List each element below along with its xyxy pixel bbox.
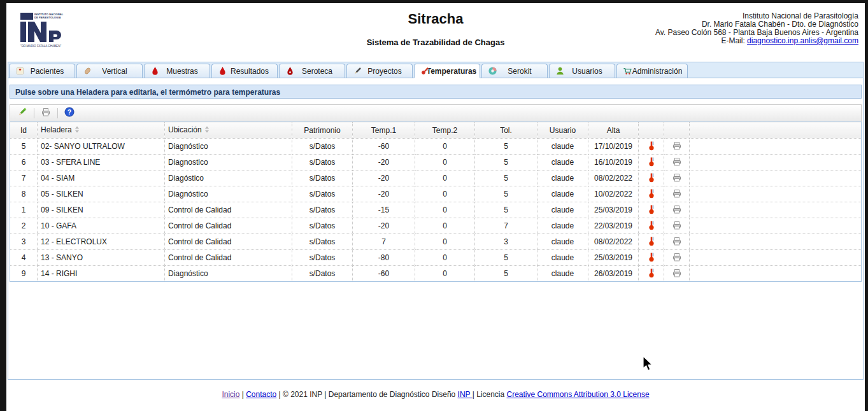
- print-button[interactable]: [40, 108, 52, 119]
- thermometer-icon[interactable]: [639, 139, 664, 155]
- cell-heladera: 04 - SIAM: [38, 171, 165, 186]
- cell-id: 1: [10, 202, 38, 218]
- cell-tol: 5: [475, 202, 537, 218]
- cell-ubicacion: Control de Calidad: [165, 250, 292, 266]
- cell-patrimonio: s/Datos: [292, 186, 353, 202]
- filler-cell: [690, 186, 862, 202]
- cell-temp1: -80: [353, 250, 415, 266]
- app-page: INSTITUTO NACIONAL DE PARASITOLOGIA "DR.…: [6, 3, 865, 411]
- footer-link[interactable]: Creative Commons Attribution 3.0 License: [507, 390, 650, 399]
- col-header-heladera[interactable]: Heladera: [38, 122, 165, 139]
- thermometer-icon[interactable]: [639, 171, 664, 186]
- cell-ubicacion: Control de Calidad: [165, 218, 292, 234]
- printer-icon[interactable]: [664, 234, 690, 250]
- cell-heladera: 12 - ELECTROLUX: [38, 234, 165, 250]
- printer-icon[interactable]: [664, 250, 690, 266]
- printer-icon[interactable]: [664, 202, 690, 218]
- footer-link[interactable]: Inicio: [222, 390, 239, 399]
- cell-ubicacion: Diagóstico: [165, 171, 292, 186]
- printer-icon[interactable]: [664, 139, 690, 155]
- cell-ubicacion: Diagnóstico: [165, 266, 292, 282]
- thermometer-icon[interactable]: [639, 186, 664, 202]
- footer-link[interactable]: Contacto: [246, 390, 276, 399]
- cell-temp1: -60: [353, 139, 415, 155]
- email-link[interactable]: diagnostico.inp.anlis@gmail.com: [747, 36, 858, 45]
- cell-temp1: -20: [353, 171, 415, 186]
- printer-icon[interactable]: [664, 155, 690, 171]
- filler-cell: [690, 234, 862, 250]
- help-button[interactable]: ?: [64, 108, 75, 119]
- cell-temp2: 0: [415, 155, 475, 171]
- cell-tol: 5: [475, 250, 537, 266]
- tab-label: Muestras: [166, 67, 197, 76]
- tab-serokit[interactable]: Serokit: [481, 64, 548, 78]
- filler-cell: [690, 266, 862, 282]
- printer-icon[interactable]: [664, 171, 690, 186]
- tab-vertical[interactable]: Vertical: [76, 64, 143, 78]
- table-row[interactable]: 502- SANYO ULTRALOWDiagnósticos/Datos-60…: [10, 139, 862, 155]
- blood-drop-icon: [150, 66, 160, 76]
- col-header-label: Heladera: [41, 125, 72, 134]
- cell-alta: 26/03/2019: [588, 266, 639, 282]
- thermometer-icon[interactable]: [639, 155, 664, 171]
- tab-temperaturas[interactable]: Temperaturas: [414, 64, 480, 78]
- content-area: Pulse sobre una Heladera para editarla, …: [8, 78, 863, 379]
- table-row[interactable]: 704 - SIAMDiagósticos/Datos-2005claude08…: [10, 171, 862, 186]
- thermometer-icon[interactable]: [639, 218, 664, 234]
- tab-muestras[interactable]: Muestras: [144, 64, 210, 78]
- tab-usuarios[interactable]: Usuarios: [549, 64, 615, 78]
- cell-temp2: 0: [415, 250, 475, 266]
- serokit-dial-icon: [488, 66, 497, 76]
- vertical-icon: [83, 66, 92, 76]
- printer-icon[interactable]: [664, 266, 690, 282]
- tab-pacientes[interactable]: Pacientes: [9, 64, 75, 78]
- toolbar: ?: [10, 104, 862, 122]
- cell-alta: 16/10/2019: [588, 155, 639, 171]
- col-header-print: [664, 122, 690, 139]
- table-row[interactable]: 210 - GAFAControl de Calidads/Datos-2007…: [10, 218, 862, 234]
- tab-label: Serokit: [508, 67, 531, 76]
- cell-temp1: -20: [353, 218, 415, 234]
- cell-temp2: 0: [415, 234, 475, 250]
- cell-tol: 3: [475, 234, 537, 250]
- cell-id: 5: [10, 139, 38, 155]
- thermometer-icon[interactable]: [639, 202, 664, 218]
- col-header-temp2: Temp.2: [415, 122, 475, 139]
- cell-patrimonio: s/Datos: [292, 202, 353, 218]
- table-row[interactable]: 109 - SILKENControl de Calidads/Datos-15…: [10, 202, 862, 218]
- tab-resultados[interactable]: Resultados: [211, 64, 278, 78]
- cell-temp1: 7: [353, 234, 415, 250]
- table-row[interactable]: 603 - SFERA LINEDiagnosticos/Datos-2005c…: [10, 155, 862, 171]
- email-label: E-Mail:: [721, 36, 747, 45]
- thermometer-icon[interactable]: [639, 266, 664, 282]
- cell-id: 8: [10, 186, 38, 202]
- thermometer-icon[interactable]: [639, 234, 664, 250]
- sort-icon[interactable]: [75, 126, 80, 135]
- col-header-tol: Tol.: [475, 122, 537, 139]
- table-row[interactable]: 914 - RIGHIDiagnósticos/Datos-6005claude…: [10, 266, 862, 282]
- printer-icon[interactable]: [664, 218, 690, 234]
- tab-seroteca[interactable]: Seroteca: [279, 64, 345, 78]
- col-header-ubicacion[interactable]: Ubicación: [165, 122, 292, 139]
- cell-alta: 17/10/2019: [588, 139, 639, 155]
- cell-temp1: -15: [353, 202, 415, 218]
- tab-label: Temperaturas: [427, 67, 476, 76]
- edit-button[interactable]: [17, 108, 28, 119]
- table-row[interactable]: 413 - SANYOControl de Calidads/Datos-800…: [10, 250, 862, 266]
- cell-temp2: 0: [415, 171, 475, 186]
- cell-ubicacion: Diagnóstico: [165, 139, 292, 155]
- thermometer-icon[interactable]: [639, 250, 664, 266]
- cell-temp1: -20: [353, 155, 415, 171]
- table-row[interactable]: 312 - ELECTROLUXControl de Calidads/Dato…: [10, 234, 862, 250]
- cell-usuario: claude: [537, 186, 588, 202]
- cell-heladera: 05 - SILKEN: [38, 186, 165, 202]
- tab-administracion[interactable]: Administración: [616, 64, 688, 78]
- footer-text: Inicio | Contacto | © 2021 INP | Departa…: [6, 380, 865, 399]
- cell-patrimonio: s/Datos: [292, 155, 353, 171]
- printer-icon[interactable]: [664, 186, 690, 202]
- footer-link[interactable]: INP: [458, 390, 473, 399]
- table-row[interactable]: 805 - SILKENDiagnósticos/Datos-2005claud…: [10, 186, 862, 202]
- tab-proyectos[interactable]: Proyectos: [346, 64, 413, 78]
- cell-temp2: 0: [415, 218, 475, 234]
- sort-icon[interactable]: [204, 126, 210, 135]
